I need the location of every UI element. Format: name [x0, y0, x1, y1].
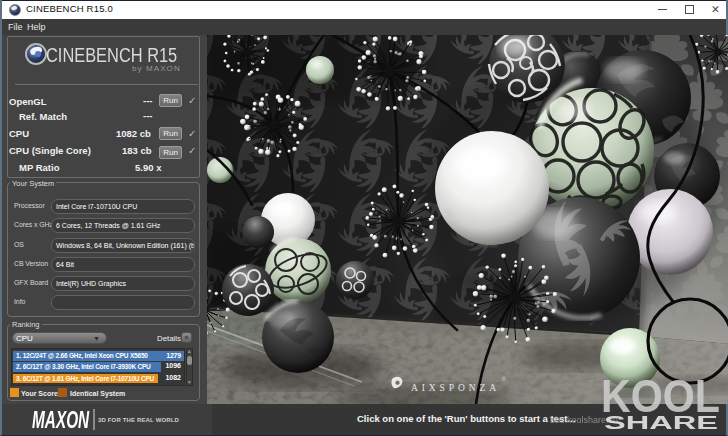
svg-text:SHARE: SHARE	[604, 412, 718, 433]
svg-text:AIXSPONZA: AIXSPONZA	[411, 383, 500, 393]
svg-text:®: ®	[502, 376, 506, 382]
